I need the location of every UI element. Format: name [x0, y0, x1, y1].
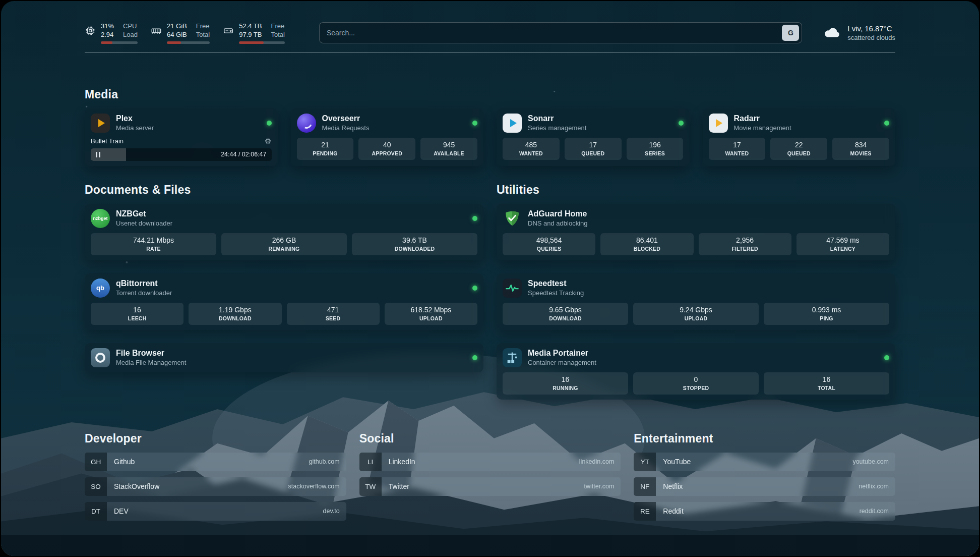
- top-bar: 31%2.94 CPULoad: [85, 1, 895, 44]
- status-dot: [884, 121, 889, 126]
- bookmark-url: youtube.com: [852, 453, 895, 471]
- bookmark-url: netflix.com: [859, 477, 895, 496]
- stat-block: 39.6 TB DOWNLOADED: [352, 233, 477, 255]
- section-title-media: Media: [85, 88, 895, 101]
- disk-usage-bar: [239, 41, 285, 44]
- portainer-icon: [503, 348, 522, 367]
- bookmark-youtube[interactable]: YT YouTube youtube.com: [634, 453, 895, 471]
- stat-block: 47.569 ms LATENCY: [797, 233, 889, 255]
- disk-widget: 52.4 TB97.9 TB FreeTotal: [223, 22, 285, 44]
- status-dot: [679, 121, 684, 126]
- stat-block: 485 WANTED: [503, 138, 560, 160]
- bookmark-github[interactable]: GH Github github.com: [85, 453, 346, 471]
- stat-block: 471 SEED: [287, 303, 380, 325]
- bookmark-group-entertainment: Entertainment YT YouTube youtube.com NF …: [634, 432, 895, 527]
- service-card-nzbget[interactable]: nzbget NZBGet Usenet downloader 744.21 M…: [85, 204, 483, 260]
- status-dot: [472, 216, 477, 221]
- section-media: Media Plex Media server Bullet Train: [85, 88, 895, 166]
- service-desc: Torrent downloader: [116, 289, 172, 297]
- bookmark-url: twitter.com: [584, 477, 621, 496]
- bookmark-reddit[interactable]: RE Reddit reddit.com: [634, 502, 895, 521]
- bookmark-name: StackOverflow: [107, 477, 159, 496]
- cpu-usage-bar: [101, 41, 138, 44]
- bookmark-url: stackoverflow.com: [288, 477, 346, 496]
- now-playing-title: Bullet Train: [91, 137, 124, 145]
- stat-block: 17 QUEUED: [565, 138, 622, 160]
- service-name: qBittorrent: [116, 279, 172, 288]
- service-card-speedtest[interactable]: Speedtest Speedtest Tracking 9.65 Gbps D…: [497, 273, 895, 330]
- service-name: Sonarr: [528, 114, 586, 123]
- service-name: File Browser: [116, 349, 186, 358]
- cpu-values: 31%2.94: [101, 22, 114, 39]
- service-card-filebrowser[interactable]: File Browser Media File Management: [85, 343, 483, 372]
- stat-block: 16 LEECH: [91, 303, 183, 325]
- bookmark-name: LinkedIn: [382, 453, 415, 471]
- bookmark-name: Github: [107, 453, 135, 471]
- adguard-icon: [503, 209, 522, 228]
- service-card-qbittorrent[interactable]: qb qBittorrent Torrent downloader 16 LEE…: [85, 273, 483, 330]
- bookmark-group-title: Developer: [85, 432, 346, 445]
- section-documents: Documents & Files nzbget NZBGet Usenet d…: [85, 183, 483, 372]
- bookmark-abbr: TW: [359, 477, 382, 496]
- service-card-plex[interactable]: Plex Media server Bullet Train ⚙ 24:44 /…: [85, 108, 278, 166]
- search-provider-button[interactable]: G: [782, 25, 799, 41]
- media-progress-bar[interactable]: 24:44 / 02:06:47: [91, 148, 272, 161]
- bookmark-url: reddit.com: [860, 502, 895, 521]
- bookmark-abbr: RE: [634, 502, 656, 521]
- service-card-overseerr[interactable]: Overseerr Media Requests 21 PENDING 40 A…: [291, 108, 484, 166]
- service-desc: Media File Management: [116, 359, 186, 366]
- memory-icon: [151, 25, 162, 36]
- weather-widget[interactable]: Lviv, 16.87°C scattered clouds: [823, 24, 895, 41]
- service-desc: Series management: [528, 124, 586, 132]
- stat-block: 945 AVAILABLE: [420, 138, 477, 160]
- filebrowser-icon: [91, 348, 110, 367]
- weather-condition: scattered clouds: [847, 34, 895, 41]
- service-desc: Media server: [116, 124, 154, 132]
- playback-time: 24:44 / 02:06:47: [221, 151, 271, 158]
- stat-block: 21 PENDING: [297, 138, 354, 160]
- pause-icon[interactable]: [96, 152, 100, 157]
- service-name: AdGuard Home: [528, 209, 588, 218]
- qbittorrent-icon: qb: [91, 278, 110, 298]
- service-desc: Media Requests: [322, 124, 370, 132]
- disk-icon: [223, 25, 234, 36]
- sonarr-icon: [503, 114, 522, 133]
- bookmark-group-social: Social LI LinkedIn linkedin.com TW Twitt…: [359, 432, 621, 502]
- service-card-sonarr[interactable]: Sonarr Series management 485 WANTED 17 Q…: [497, 108, 690, 166]
- stat-block: 16 TOTAL: [764, 372, 889, 395]
- status-dot: [884, 355, 889, 360]
- bookmark-url: linkedin.com: [579, 453, 621, 471]
- status-dot: [267, 121, 272, 126]
- dashboard-screen: 31%2.94 CPULoad: [1, 1, 979, 556]
- bookmark-dev[interactable]: DT DEV dev.to: [85, 502, 346, 521]
- memory-labels: FreeTotal: [196, 22, 210, 39]
- service-desc: Container management: [528, 359, 596, 366]
- service-card-portainer[interactable]: Media Portainer Container management 16 …: [497, 343, 895, 400]
- service-card-radarr[interactable]: Radarr Movie management 17 WANTED 22 QUE…: [703, 108, 896, 166]
- bookmark-abbr: GH: [85, 453, 107, 471]
- service-card-adguard[interactable]: AdGuard Home DNS and adblocking 498,564 …: [497, 204, 895, 260]
- settings-gear-icon[interactable]: ⚙: [265, 137, 271, 145]
- stat-block: 744.21 Mbps RATE: [91, 233, 216, 255]
- bookmark-twitter[interactable]: TW Twitter twitter.com: [359, 477, 621, 496]
- bookmark-netflix[interactable]: NF Netflix netflix.com: [634, 477, 895, 496]
- stat-block: 86,401 BLOCKED: [600, 233, 693, 255]
- service-name: Overseerr: [322, 114, 370, 123]
- overseerr-icon: [297, 114, 316, 133]
- bookmark-group-developer: Developer GH Github github.com SO StackO…: [85, 432, 346, 527]
- search-input[interactable]: [320, 29, 782, 37]
- bookmark-stackoverflow[interactable]: SO StackOverflow stackoverflow.com: [85, 477, 346, 496]
- cpu-labels: CPULoad: [123, 22, 138, 39]
- bookmark-name: DEV: [107, 502, 129, 521]
- bookmark-abbr: YT: [634, 453, 656, 471]
- bookmark-linkedin[interactable]: LI LinkedIn linkedin.com: [359, 453, 621, 471]
- service-desc: DNS and adblocking: [528, 219, 588, 227]
- section-title-documents: Documents & Files: [85, 183, 483, 197]
- search-bar: G: [319, 22, 802, 43]
- status-dot: [472, 121, 477, 126]
- service-name: Radarr: [734, 114, 791, 123]
- memory-values: 21 GiB64 GiB: [167, 22, 187, 39]
- service-name: Media Portainer: [528, 349, 596, 358]
- bookmark-url: dev.to: [323, 502, 346, 521]
- cpu-widget: 31%2.94 CPULoad: [85, 22, 138, 44]
